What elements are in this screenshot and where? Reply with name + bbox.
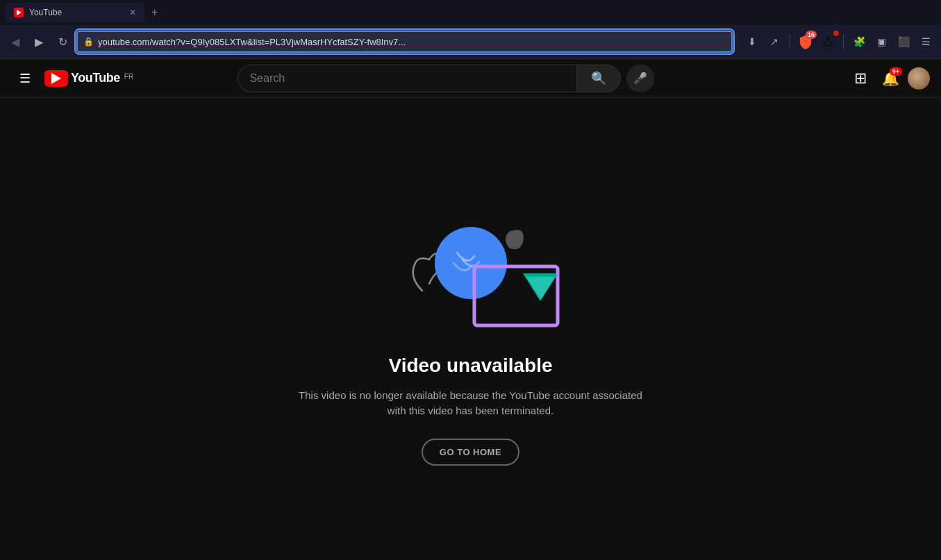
header-actions: ⊞ 🔔 9+: [847, 65, 930, 92]
search-icon: 🔍: [591, 71, 606, 86]
notification-badge: 9+: [890, 67, 902, 76]
country-code: FR: [124, 73, 133, 80]
create-button[interactable]: ⊞: [847, 65, 874, 92]
browser-menu-button[interactable]: ☰: [916, 32, 935, 51]
play-triangle: [51, 73, 61, 84]
brave-shield-button[interactable]: 16: [796, 32, 815, 51]
search-input[interactable]: [249, 72, 565, 85]
create-icon: ⊞: [854, 69, 867, 87]
share-icon: ↗: [770, 36, 778, 47]
sidebar-toggle-button[interactable]: ▣: [872, 32, 891, 51]
svg-marker-3: [526, 277, 556, 299]
address-bar[interactable]: 🔒 youtube.com/watch?v=Q9Iy085LXTw&list=P…: [76, 31, 733, 53]
download-icon: ⬇: [748, 36, 756, 47]
error-title: Video unavailable: [297, 355, 644, 377]
hamburger-menu-button[interactable]: ☰: [11, 65, 39, 92]
error-illustration: [367, 194, 575, 332]
url-text: youtube.com/watch?v=Q9Iy085LXTw&list=PL3…: [98, 37, 726, 47]
svg-point-0: [435, 227, 507, 299]
youtube-logo-icon: [44, 70, 68, 87]
mic-button[interactable]: 🎤: [626, 65, 654, 92]
back-button[interactable]: ◀: [6, 32, 25, 51]
share-button[interactable]: ↗: [765, 32, 784, 51]
go-to-home-button[interactable]: GO TO HOME: [422, 439, 519, 466]
user-avatar[interactable]: [908, 67, 930, 90]
mic-icon: 🎤: [633, 71, 647, 85]
search-bar: [238, 65, 576, 92]
youtube-logo[interactable]: YouTube FR: [44, 70, 133, 87]
youtube-logo-text: YouTube: [71, 71, 120, 85]
nav-actions: ⬇ ↗ 16 ⚠ 🧩 ▣ ⬛ ☰: [742, 32, 935, 51]
youtube-header: ☰ YouTube FR 🔍 🎤 ⊞ 🔔 9+: [0, 59, 941, 98]
search-container: 🔍 🎤: [238, 65, 654, 92]
error-text-block: Video unavailable This video is no longe…: [297, 355, 644, 466]
download-button[interactable]: ⬇: [742, 32, 762, 51]
hamburger-icon: ☰: [19, 71, 31, 86]
brave-badge: 16: [806, 31, 817, 39]
lock-icon: 🔒: [83, 37, 94, 46]
alert-button[interactable]: ⚠: [818, 32, 838, 51]
error-description: This video is no longer available becaus…: [297, 388, 644, 419]
main-content: Video unavailable This video is no longe…: [0, 98, 941, 560]
notifications-button[interactable]: 🔔 9+: [877, 65, 905, 92]
split-view-button[interactable]: ⬛: [894, 32, 913, 51]
search-button[interactable]: 🔍: [576, 65, 621, 92]
divider-2: [843, 35, 844, 49]
tab-bar: YouTube ✕ +: [0, 0, 941, 25]
browser-chrome: YouTube ✕ + ◀ ▶ ↻ 🔒 youtube.com/watch?v=…: [0, 0, 941, 59]
reload-button[interactable]: ↻: [53, 32, 72, 51]
divider: [790, 35, 790, 49]
browser-nav: ◀ ▶ ↻ 🔒 youtube.com/watch?v=Q9Iy085LXTw&…: [0, 25, 941, 58]
extensions-button[interactable]: 🧩: [849, 32, 869, 51]
forward-button[interactable]: ▶: [29, 32, 49, 51]
